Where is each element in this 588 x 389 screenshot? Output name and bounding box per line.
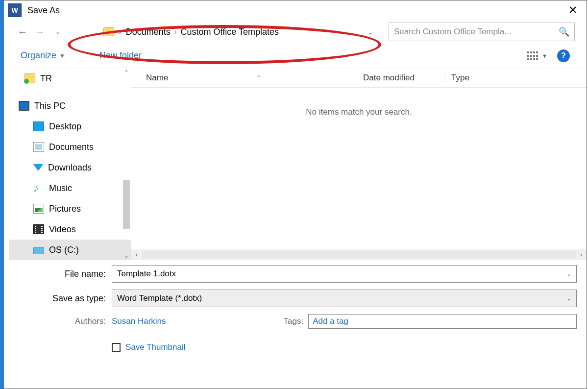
drive-icon	[33, 247, 44, 254]
address-bar[interactable]: « Documents › Custom Office Templates ⌄	[98, 23, 385, 41]
saveastype-select[interactable]: Word Template (*.dotx) ⌄	[112, 290, 577, 307]
column-date[interactable]: Date modified	[357, 73, 445, 83]
music-icon: ♪	[33, 183, 44, 193]
main-area: TR This PC Desktop Documents Downloads ♪	[4, 68, 587, 260]
dropdown-icon: ▼	[542, 53, 547, 59]
pc-icon	[19, 101, 29, 111]
authors-value[interactable]: Susan Harkins	[112, 316, 166, 326]
save-as-dialog: W Save As ✕ ← → ⌄ « Documents › Custom O…	[0, 0, 587, 389]
authors-label: Authors:	[14, 316, 112, 326]
word-app-icon: W	[8, 3, 22, 17]
documents-icon	[33, 142, 44, 152]
tree-item-music[interactable]: ♪ Music	[9, 178, 131, 198]
view-grid-icon	[527, 51, 539, 60]
saveastype-label: Save as type:	[14, 293, 112, 304]
breadcrumb-separator-icon: ›	[174, 28, 177, 36]
search-icon: 🔍	[559, 26, 569, 37]
search-input[interactable]: Search Custom Office Templa... 🔍	[389, 23, 575, 41]
close-button[interactable]: ✕	[563, 0, 583, 20]
sidebar-scrollbar[interactable]: ⌃ ⌄	[122, 68, 131, 260]
toolbar: Organize ▼ New folder ▼ ?	[4, 44, 587, 68]
tree-item-documents[interactable]: Documents	[9, 137, 131, 157]
recent-locations-button[interactable]: ⌄	[51, 25, 65, 39]
sort-asc-icon: ⌃	[256, 74, 261, 81]
breadcrumb-custom-templates[interactable]: Custom Office Templates	[181, 27, 279, 37]
tree-item-desktop[interactable]: Desktop	[9, 116, 131, 137]
column-name[interactable]: Name ⌃	[131, 73, 357, 83]
column-headers: Name ⌃ Date modified Type	[131, 68, 587, 88]
downloads-icon	[33, 164, 43, 171]
tree-item-this-pc[interactable]: This PC	[9, 96, 131, 116]
desktop-icon	[33, 122, 44, 131]
file-list-area: Name ⌃ Date modified Type No items match…	[131, 68, 587, 260]
scroll-up-icon[interactable]: ⌃	[122, 68, 131, 77]
new-folder-button[interactable]: New folder	[99, 50, 142, 61]
organize-button[interactable]: Organize ▼	[21, 50, 65, 61]
scroll-right-icon[interactable]: ›	[576, 249, 587, 260]
column-type[interactable]: Type	[445, 73, 504, 83]
filename-input[interactable]: Template 1.dotx ⌄	[112, 265, 577, 283]
view-options-button[interactable]: ▼	[527, 51, 547, 60]
folder-icon	[103, 27, 114, 36]
nav-row: ← → ⌄ « Documents › Custom Office Templa…	[4, 20, 587, 44]
save-form: File name: Template 1.dotx ⌄ Save as typ…	[4, 260, 587, 352]
tree-item-downloads[interactable]: Downloads	[9, 157, 131, 178]
dropdown-icon[interactable]: ⌄	[566, 270, 571, 277]
empty-message: No items match your search.	[131, 107, 587, 249]
tree-item-videos[interactable]: Videos	[9, 219, 131, 240]
dropdown-icon: ▼	[59, 52, 65, 59]
pictures-icon	[33, 204, 44, 214]
address-dropdown-icon[interactable]: ⌄	[368, 28, 373, 36]
breadcrumb-documents[interactable]: Documents	[126, 27, 171, 37]
scroll-thumb[interactable]	[123, 180, 130, 229]
tree-item-pictures[interactable]: Pictures	[9, 198, 131, 219]
window-title: Save As	[27, 5, 563, 16]
scroll-down-icon[interactable]: ⌄	[122, 251, 131, 260]
tree-item-os-c[interactable]: OS (C:)	[9, 240, 131, 260]
tags-label: Tags:	[284, 316, 304, 326]
hscroll-track[interactable]	[142, 251, 576, 259]
save-thumbnail-label[interactable]: Save Thumbnail	[125, 342, 186, 352]
videos-icon	[33, 224, 44, 234]
back-button[interactable]: ←	[16, 25, 29, 39]
folder-sync-icon	[24, 73, 35, 83]
scroll-left-icon[interactable]: ‹	[131, 249, 142, 260]
horizontal-scrollbar[interactable]: ‹ ›	[131, 249, 587, 260]
dropdown-icon[interactable]: ⌄	[566, 295, 571, 302]
help-button[interactable]: ?	[557, 49, 570, 62]
forward-button[interactable]: →	[33, 25, 47, 39]
nav-tree: TR This PC Desktop Documents Downloads ♪	[4, 68, 131, 260]
breadcrumb-prefix: «	[118, 28, 122, 36]
search-placeholder: Search Custom Office Templa...	[394, 27, 511, 37]
filename-label: File name:	[14, 269, 112, 279]
titlebar: W Save As ✕	[4, 0, 587, 20]
tags-input[interactable]: Add a tag	[308, 314, 577, 329]
tree-item-tr[interactable]: TR	[9, 68, 131, 89]
save-thumbnail-checkbox[interactable]	[112, 343, 121, 352]
